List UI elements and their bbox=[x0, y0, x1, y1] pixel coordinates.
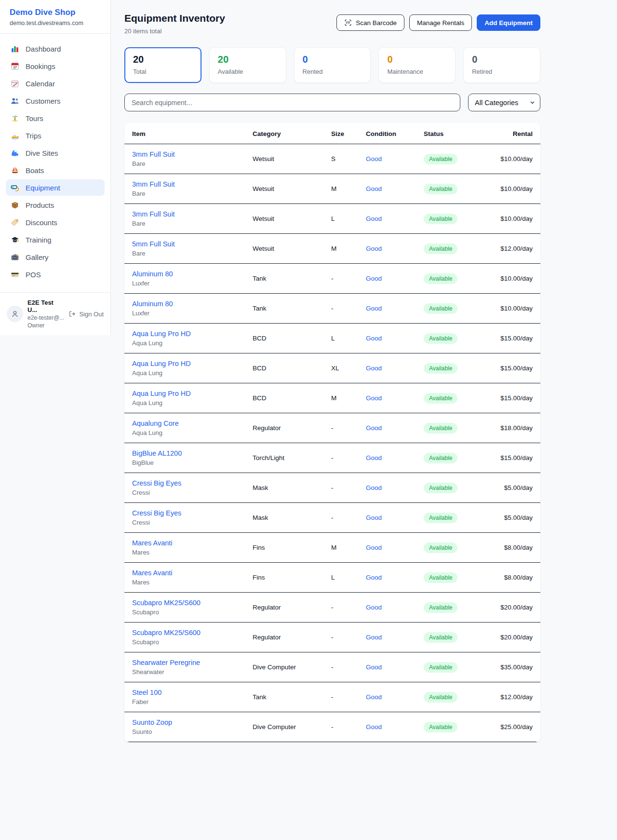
stat-card[interactable]: 0 Rented bbox=[294, 47, 371, 83]
condition-link[interactable]: Good bbox=[366, 693, 424, 701]
category-cell: Fins bbox=[253, 574, 331, 581]
condition-link[interactable]: Good bbox=[366, 365, 424, 372]
condition-link[interactable]: Good bbox=[366, 335, 424, 342]
item-name-link[interactable]: Suunto Zoop bbox=[132, 718, 253, 726]
stat-card[interactable]: 20 Total bbox=[124, 47, 201, 83]
item-name-link[interactable]: Aluminum 80 bbox=[132, 300, 253, 308]
table-row: 3mm Full Suit Bare Wetsuit S Good Availa… bbox=[124, 144, 540, 174]
sidebar-item[interactable]: Dive Sites bbox=[6, 145, 105, 161]
condition-link[interactable]: Good bbox=[366, 215, 424, 222]
sidebar-item[interactable]: Dashboard bbox=[6, 41, 105, 57]
item-brand: Mares bbox=[132, 549, 253, 556]
sidebar-item[interactable]: Discounts bbox=[6, 214, 105, 230]
condition-link[interactable]: Good bbox=[366, 185, 424, 192]
condition-link[interactable]: Good bbox=[366, 394, 424, 402]
nav-item-icon bbox=[11, 149, 19, 157]
search-input[interactable] bbox=[124, 94, 460, 111]
brand-domain: demo.test.divestreams.com bbox=[10, 20, 101, 27]
condition-link[interactable]: Good bbox=[366, 574, 424, 581]
item-name-link[interactable]: Mares Avanti bbox=[132, 539, 253, 547]
stat-value: 0 bbox=[387, 54, 447, 65]
status-cell: Available bbox=[424, 602, 486, 613]
sidebar-item[interactable]: Products bbox=[6, 197, 105, 213]
condition-link[interactable]: Good bbox=[366, 155, 424, 163]
category-cell: Wetsuit bbox=[253, 215, 331, 222]
table-row: Aqualung Core Aqua Lung Regulator - Good… bbox=[124, 413, 540, 443]
item-name-link[interactable]: Scubapro MK25/S600 bbox=[132, 629, 253, 637]
sidebar-item[interactable]: Boats bbox=[6, 162, 105, 178]
nav-item-icon bbox=[11, 79, 19, 88]
status-badge: Available bbox=[424, 393, 457, 404]
sidebar-item[interactable]: Tours bbox=[6, 110, 105, 126]
condition-link[interactable]: Good bbox=[366, 634, 424, 641]
sidebar-item[interactable]: Customers bbox=[6, 93, 105, 109]
category-cell: BCD bbox=[253, 335, 331, 342]
stat-card[interactable]: 0 Maintenance bbox=[378, 47, 456, 83]
item-name-link[interactable]: 3mm Full Suit bbox=[132, 210, 253, 218]
nav-item-icon bbox=[11, 183, 19, 192]
sidebar-item[interactable]: Bookings bbox=[6, 58, 105, 74]
item-cell: Aqua Lung Pro HD Aqua Lung bbox=[132, 330, 253, 347]
sign-out-button[interactable]: Sign Out bbox=[68, 310, 104, 318]
status-cell: Available bbox=[424, 692, 486, 703]
item-name-link[interactable]: Aqualung Core bbox=[132, 420, 253, 427]
item-name-link[interactable]: Scubapro MK25/S600 bbox=[132, 599, 253, 607]
rental-cell: $10.00/day bbox=[486, 275, 533, 282]
item-name-link[interactable]: Mares Avanti bbox=[132, 569, 253, 577]
condition-link[interactable]: Good bbox=[366, 454, 424, 461]
condition-link[interactable]: Good bbox=[366, 514, 424, 521]
item-name-link[interactable]: Cressi Big Eyes bbox=[132, 479, 253, 487]
item-name-link[interactable]: Aqua Lung Pro HD bbox=[132, 390, 253, 397]
size-cell: M bbox=[331, 185, 366, 192]
sidebar-item[interactable]: Trips bbox=[6, 127, 105, 144]
condition-link[interactable]: Good bbox=[366, 484, 424, 491]
condition-link[interactable]: Good bbox=[366, 604, 424, 611]
sidebar-item[interactable]: Training bbox=[6, 231, 105, 248]
sidebar-item[interactable]: Calendar bbox=[6, 75, 105, 92]
item-name-link[interactable]: Aqua Lung Pro HD bbox=[132, 330, 253, 338]
rental-cell: $5.00/day bbox=[486, 484, 533, 491]
nav-item-label: Customers bbox=[26, 97, 61, 105]
item-name-link[interactable]: 3mm Full Suit bbox=[132, 180, 253, 188]
item-name-link[interactable]: 5mm Full Suit bbox=[132, 240, 253, 248]
item-name-link[interactable]: Cressi Big Eyes bbox=[132, 509, 253, 517]
scan-barcode-button[interactable]: Scan Barcode bbox=[336, 14, 404, 31]
condition-link[interactable]: Good bbox=[366, 723, 424, 731]
item-name-link[interactable]: BigBlue AL1200 bbox=[132, 449, 253, 457]
manage-rentals-button[interactable]: Manage Rentals bbox=[409, 14, 472, 31]
item-name-link[interactable]: Aluminum 80 bbox=[132, 270, 253, 278]
item-cell: 3mm Full Suit Bare bbox=[132, 210, 253, 227]
sidebar-item[interactable]: Equipment bbox=[6, 179, 105, 196]
stat-card[interactable]: 20 Available bbox=[209, 47, 286, 83]
rental-cell: $8.00/day bbox=[486, 574, 533, 581]
condition-link[interactable]: Good bbox=[366, 544, 424, 551]
condition-link[interactable]: Good bbox=[366, 305, 424, 312]
item-name-link[interactable]: Shearwater Peregrine bbox=[132, 659, 253, 666]
table-row: Scubapro MK25/S600 Scubapro Regulator - … bbox=[124, 623, 540, 652]
item-cell: Scubapro MK25/S600 Scubapro bbox=[132, 629, 253, 646]
status-cell: Available bbox=[424, 542, 486, 553]
status-badge: Available bbox=[424, 303, 457, 314]
item-cell: 3mm Full Suit Bare bbox=[132, 180, 253, 197]
rental-cell: $15.00/day bbox=[486, 394, 533, 402]
condition-link[interactable]: Good bbox=[366, 245, 424, 252]
sidebar-item[interactable]: POS bbox=[6, 266, 105, 283]
status-cell: Available bbox=[424, 453, 486, 463]
item-name-link[interactable]: Aqua Lung Pro HD bbox=[132, 360, 253, 367]
user-icon bbox=[11, 310, 19, 318]
stat-card[interactable]: 0 Retired bbox=[463, 47, 540, 83]
condition-link[interactable]: Good bbox=[366, 424, 424, 432]
sidebar-item[interactable]: Gallery bbox=[6, 249, 105, 265]
nav-item-icon bbox=[11, 270, 19, 279]
nav-item-label: Tours bbox=[26, 114, 43, 122]
category-select[interactable]: All Categories bbox=[468, 94, 540, 111]
condition-link[interactable]: Good bbox=[366, 664, 424, 671]
item-brand: Mares bbox=[132, 579, 253, 586]
condition-link[interactable]: Good bbox=[366, 275, 424, 282]
nav-item-label: Dive Sites bbox=[26, 149, 58, 157]
add-equipment-button[interactable]: Add Equipment bbox=[477, 14, 540, 31]
size-cell: - bbox=[331, 275, 366, 282]
item-name-link[interactable]: 3mm Full Suit bbox=[132, 150, 253, 158]
status-cell: Available bbox=[424, 513, 486, 523]
item-name-link[interactable]: Steel 100 bbox=[132, 689, 253, 696]
